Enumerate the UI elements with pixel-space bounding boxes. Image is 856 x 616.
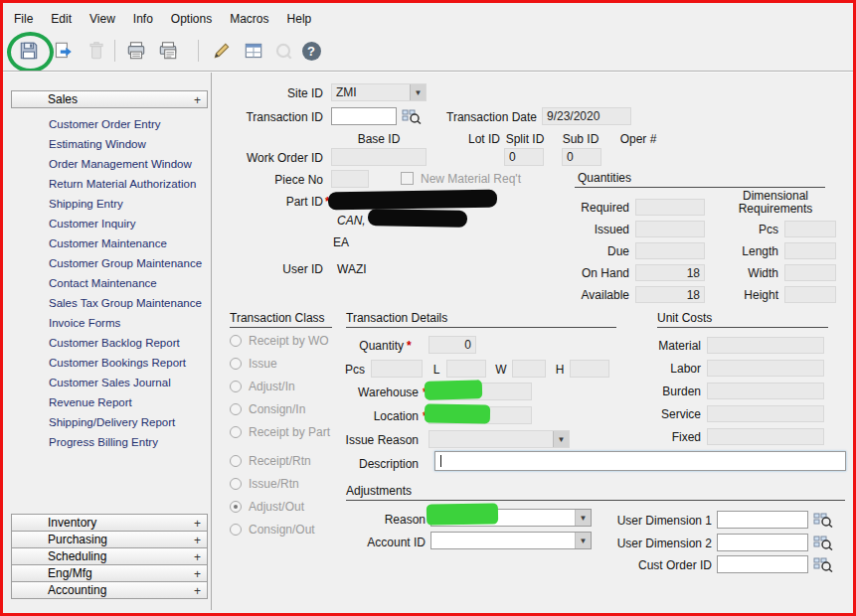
account-id-label: Account ID (321, 534, 426, 551)
cust-order-id-input[interactable] (717, 555, 808, 573)
readonly-field (635, 199, 705, 216)
adjustments-title: Adjustments (346, 484, 412, 498)
work-order-id-field (331, 148, 427, 166)
annotation-circle-save (7, 32, 54, 73)
sidebar-item[interactable]: Customer Bookings Report (11, 353, 208, 373)
field-label: Length (729, 244, 784, 258)
sidebar-section-sales[interactable]: Sales + (11, 90, 208, 108)
radio-icon (230, 455, 242, 467)
sidebar-section[interactable]: Inventory + (11, 514, 208, 532)
field-label: Service (627, 407, 707, 421)
readonly-field (784, 264, 836, 281)
sidebar-item[interactable]: Invoice Forms (11, 313, 208, 333)
menu-item[interactable]: Help (278, 8, 321, 30)
user-dimension-1-browse-icon[interactable] (812, 512, 834, 529)
sub-id-header: Sub ID (558, 130, 603, 148)
redaction-part-description (368, 209, 467, 228)
form-area: Site ID ZMI ▼ Transaction ID Transaction… (212, 73, 856, 614)
transaction-id-input[interactable] (331, 107, 397, 125)
new-material-label: New Material Req't (421, 170, 521, 188)
sidebar-item[interactable]: Customer Order Entry (11, 114, 208, 134)
readonly-field: 18 (635, 264, 705, 281)
sidebar-item[interactable]: Shipping Entry (11, 194, 208, 214)
sidebar-section[interactable]: Scheduling + (11, 547, 208, 565)
radio-icon (230, 381, 242, 392)
description-input[interactable] (434, 451, 846, 471)
user-dimension-1-input[interactable] (717, 511, 808, 529)
sidebar-item[interactable]: Order Management Window (11, 154, 208, 174)
quantity-field: 0 (428, 336, 476, 354)
user-id-label: User ID (212, 260, 323, 278)
field-label: Fixed (627, 430, 707, 444)
readonly-field (707, 405, 824, 422)
dimensional-title: Dimensional Requirements (717, 190, 834, 216)
field-label: Available (550, 288, 635, 302)
menu-bar: File Edit View Info Options Macros Help (3, 7, 320, 31)
menu-item[interactable]: Options (162, 8, 221, 30)
attachment-icon (269, 37, 297, 65)
help-icon[interactable]: ? (297, 37, 325, 65)
account-id-combo[interactable]: ▼ (430, 532, 592, 549)
menu-item[interactable]: File (5, 8, 42, 30)
transaction-id-label: Transaction ID (212, 108, 323, 126)
sidebar-item[interactable]: Customer Maintenance (11, 233, 208, 253)
edit-icon[interactable] (208, 37, 236, 65)
radio-icon (230, 335, 242, 347)
piece-no-label: Piece No (212, 171, 323, 189)
sub-id-field: 0 (562, 148, 601, 166)
radio-icon (230, 478, 242, 490)
piece-no-field (331, 170, 369, 188)
oper-header: Oper # (613, 130, 663, 148)
sidebar-item[interactable]: Shipping/Delivery Report (11, 412, 208, 432)
split-id-header: Split ID (502, 130, 548, 148)
unit-cost-row: Labor (627, 360, 846, 377)
radio-icon (230, 358, 242, 370)
transaction-id-browse-icon[interactable] (401, 108, 423, 125)
radio-label: Adjust/Out (249, 500, 304, 514)
redaction-reason (427, 503, 498, 525)
dropdown-arrow-icon: ▼ (575, 510, 591, 526)
sidebar-section[interactable]: Purchasing + (11, 531, 208, 548)
sidebar-item[interactable]: Estimating Window (11, 134, 208, 154)
base-id-header: Base ID (331, 130, 427, 148)
sidebar-item[interactable]: Revenue Report (11, 392, 208, 412)
print-icon[interactable] (122, 37, 150, 65)
menu-item[interactable]: Info (124, 8, 162, 30)
sidebar-sales-list: Customer Order Entry Estimating Window O… (11, 114, 208, 452)
sidebar-item[interactable]: Contact Maintenance (11, 273, 208, 293)
sidebar-item[interactable]: Progress Billing Entry (11, 432, 208, 452)
transaction-class-option[interactable]: Issue/Rtn (230, 476, 349, 491)
field-label: Material (627, 339, 707, 353)
unit-cost-row: Fixed (627, 428, 846, 445)
radio-icon (230, 501, 242, 513)
menu-item[interactable]: Macros (221, 8, 277, 30)
sidebar-item[interactable]: Customer Sales Journal (11, 373, 208, 392)
height-dim-label: H (554, 361, 566, 379)
dimensional-row: Length (729, 242, 853, 259)
field-label: Due (550, 244, 635, 258)
field-label: Labor (627, 362, 707, 376)
transaction-date-label: Transaction Date (435, 108, 537, 126)
menu-item[interactable]: Edit (42, 8, 81, 30)
sidebar-section[interactable]: Eng/Mfg + (11, 564, 208, 582)
design-window-icon[interactable] (240, 37, 267, 65)
expand-plus-icon: + (194, 92, 201, 108)
sidebar-section[interactable]: Accounting + (11, 581, 208, 599)
issue-reason-label: Issue Reason (301, 431, 419, 449)
radio-icon (230, 524, 242, 536)
new-material-checkbox[interactable] (401, 172, 414, 185)
radio-label: Consign/In (249, 402, 305, 416)
cust-order-id-label: Cust Order ID (595, 556, 712, 574)
user-dimension-2-browse-icon[interactable] (812, 535, 834, 551)
print-preview-icon[interactable] (154, 37, 182, 65)
sidebar-item[interactable]: Customer Backlog Report (11, 333, 208, 353)
menu-item[interactable]: View (81, 8, 124, 30)
user-dimension-2-input[interactable] (717, 534, 808, 551)
site-id-combo: ZMI ▼ (331, 83, 427, 101)
transaction-date-field: 9/23/2020 (542, 107, 631, 125)
sidebar-item[interactable]: Return Material Authorization (11, 174, 208, 194)
sidebar-item[interactable]: Customer Group Maintenance (11, 253, 208, 273)
sidebar-item[interactable]: Customer Inquiry (11, 214, 208, 233)
cust-order-id-browse-icon[interactable] (812, 556, 834, 573)
sidebar-item[interactable]: Sales Tax Group Maintenance (11, 293, 208, 313)
